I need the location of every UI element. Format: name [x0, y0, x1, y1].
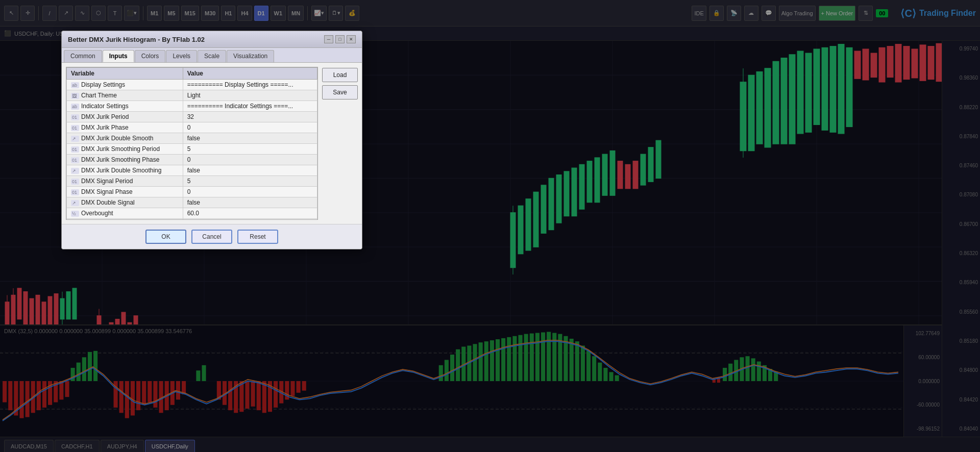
param-value-cell: 5 — [183, 144, 317, 155]
modal-overlay: Better DMX Jurik Histogram - By TFlab 1.… — [0, 0, 980, 452]
close-btn[interactable]: ✕ — [347, 35, 356, 43]
param-icon: 01 — [71, 125, 79, 131]
table-row[interactable]: 01DMX Jurik Phase0 — [67, 122, 317, 133]
modal-dialog: Better DMX Jurik Histogram - By TFlab 1.… — [61, 31, 362, 249]
param-value-cell: Light — [183, 90, 317, 101]
tab-colors[interactable]: Colors — [135, 50, 166, 62]
param-value-cell: 0 — [183, 155, 317, 165]
param-value-cell: false — [183, 197, 317, 208]
param-value-cell: false — [183, 133, 317, 144]
table-row[interactable]: ½Oversold-60.0 — [67, 219, 317, 220]
param-name-cell: ↗DMX Jurik Double Smoothing — [67, 165, 183, 176]
param-value-cell: 5 — [183, 176, 317, 187]
table-row[interactable]: 01DMX Jurik Smoothing Phase0 — [67, 155, 317, 165]
param-icon: ↗ — [71, 168, 79, 174]
maximize-btn[interactable]: □ — [335, 35, 345, 43]
cancel-btn[interactable]: Cancel — [191, 230, 232, 244]
tab-scale[interactable]: Scale — [198, 50, 226, 62]
table-row[interactable]: ↗DMX Jurik Double Smoothfalse — [67, 133, 317, 144]
modal-side-buttons: Load Save — [322, 67, 358, 220]
param-name-cell: ½Overbought — [67, 208, 183, 219]
ok-btn[interactable]: OK — [145, 230, 186, 244]
save-btn[interactable]: Save — [322, 85, 358, 99]
tab-levels[interactable]: Levels — [166, 50, 197, 62]
param-value-cell: 60.0 — [183, 208, 317, 219]
param-name-cell: 01DMX Jurik Phase — [67, 122, 183, 133]
param-value-cell: 0 — [183, 122, 317, 133]
minimize-btn[interactable]: ─ — [324, 35, 333, 43]
param-icon: 01 — [71, 189, 79, 195]
param-icon: 01 — [71, 146, 79, 153]
tab-common[interactable]: Common — [64, 50, 102, 62]
param-icon: 🖼 — [71, 93, 79, 99]
params-table-wrapper: Variable Value abDisplay Settings=======… — [66, 67, 318, 220]
load-btn[interactable]: Load — [322, 68, 358, 82]
param-icon: ↗ — [71, 136, 79, 142]
params-scroll-container[interactable]: Variable Value abDisplay Settings=======… — [66, 67, 318, 220]
param-name-cell: 01DMX Jurik Smoothing Phase — [67, 155, 183, 165]
table-row[interactable]: 01DMX Signal Phase0 — [67, 187, 317, 197]
modal-titlebar: Better DMX Jurik Histogram - By TFlab 1.… — [62, 31, 362, 48]
param-name-cell: ↗DMX Jurik Double Smooth — [67, 133, 183, 144]
param-value-cell: false — [183, 165, 317, 176]
tab-visualization[interactable]: Visualization — [227, 50, 274, 62]
param-value-cell: ========== Indicator Settings ====... — [183, 101, 317, 112]
table-row[interactable]: 🖼Chart ThemeLight — [67, 90, 317, 101]
modal-content: Variable Value abDisplay Settings=======… — [62, 63, 362, 224]
col-variable: Variable — [67, 68, 183, 80]
table-row[interactable]: abIndicator Settings========== Indicator… — [67, 101, 317, 112]
param-name-cell: 01DMX Jurik Period — [67, 112, 183, 122]
table-row[interactable]: ↗DMX Double Signalfalse — [67, 197, 317, 208]
param-icon: ab — [71, 82, 79, 88]
params-tbody: abDisplay Settings========== Display Set… — [67, 80, 317, 220]
table-row[interactable]: 01DMX Signal Period5 — [67, 176, 317, 187]
tab-inputs[interactable]: Inputs — [103, 50, 134, 62]
table-row[interactable]: 01DMX Jurik Period32 — [67, 112, 317, 122]
param-name-cell: 🖼Chart Theme — [67, 90, 183, 101]
modal-title: Better DMX Jurik Histogram - By TFlab 1.… — [68, 36, 205, 43]
table-row[interactable]: ↗DMX Jurik Double Smoothingfalse — [67, 165, 317, 176]
params-table: Variable Value abDisplay Settings=======… — [66, 67, 317, 220]
param-name-cell: ↗DMX Double Signal — [67, 197, 183, 208]
param-value-cell: 32 — [183, 112, 317, 122]
param-name-cell: 01DMX Signal Phase — [67, 187, 183, 197]
param-icon: ↗ — [71, 200, 79, 206]
table-row[interactable]: abDisplay Settings========== Display Set… — [67, 80, 317, 90]
reset-btn[interactable]: Reset — [237, 230, 278, 244]
param-name-cell: 01DMX Jurik Smoothing Period — [67, 144, 183, 155]
param-value-cell: -60.0 — [183, 219, 317, 220]
param-icon: 01 — [71, 114, 79, 120]
param-icon: ab — [71, 104, 79, 110]
titlebar-controls: ─ □ ✕ — [324, 35, 356, 43]
param-name-cell: abIndicator Settings — [67, 101, 183, 112]
param-value-cell: 0 — [183, 187, 317, 197]
param-icon: 01 — [71, 179, 79, 185]
param-name-cell: 01DMX Signal Period — [67, 176, 183, 187]
col-value: Value — [183, 68, 317, 80]
param-name-cell: abDisplay Settings — [67, 80, 183, 90]
modal-tabs: Common Inputs Colors Levels Scale Visual… — [62, 48, 362, 63]
param-icon: ½ — [71, 211, 79, 217]
table-row[interactable]: 01DMX Jurik Smoothing Period5 — [67, 144, 317, 155]
param-value-cell: ========== Display Settings =====... — [183, 80, 317, 90]
table-row[interactable]: ½Overbought60.0 — [67, 208, 317, 219]
param-name-cell: ½Oversold — [67, 219, 183, 220]
modal-footer: OK Cancel Reset — [62, 224, 362, 249]
param-icon: 01 — [71, 157, 79, 163]
